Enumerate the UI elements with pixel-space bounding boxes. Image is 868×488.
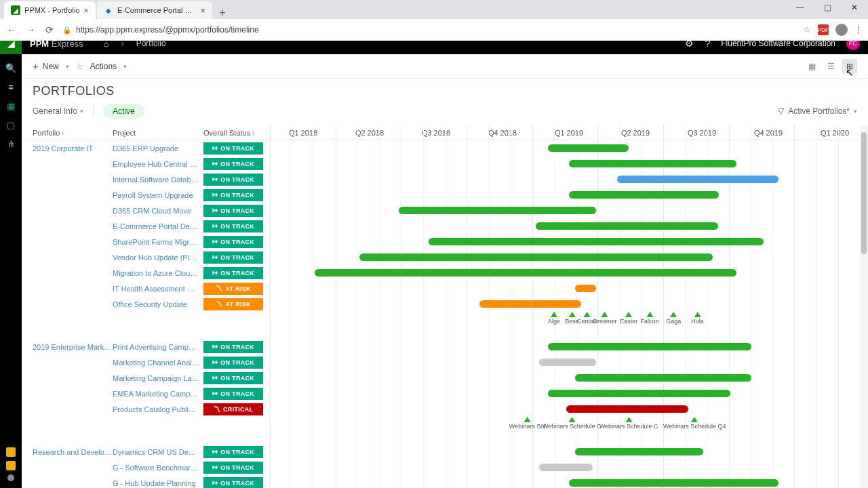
profile-avatar[interactable]: [835, 24, 848, 36]
project-cell[interactable]: G - Hub Update Planning: [113, 479, 203, 487]
project-cell[interactable]: Office Security Update: [113, 300, 203, 308]
chat-badge[interactable]: [6, 461, 16, 470]
project-cell[interactable]: EMEA Marketing Campaign ...: [113, 390, 203, 398]
actions-button[interactable]: Actions: [90, 62, 117, 71]
status-badge[interactable]: ↦ON TRACK: [203, 267, 263, 279]
project-cell[interactable]: Products Catalog Publishing: [113, 405, 203, 413]
gantt-bar[interactable]: [536, 222, 718, 230]
gantt-bar[interactable]: [548, 390, 730, 397]
gantt-bar[interactable]: [569, 191, 719, 199]
gantt-bar[interactable]: [569, 479, 778, 487]
list-view-button[interactable]: ☰: [823, 59, 838, 74]
project-cell[interactable]: Marketing Campaign Launch: [113, 374, 203, 382]
new-tab-button[interactable]: +: [214, 7, 231, 19]
minimize-button[interactable]: —: [787, 0, 814, 15]
star-icon[interactable]: ☆: [76, 62, 83, 71]
milestone-marker[interactable]: Gaga: [666, 312, 681, 325]
gantt-bar[interactable]: [429, 238, 764, 245]
portfolio-cell[interactable]: Research and Development: [22, 448, 113, 456]
gantt-bar[interactable]: [539, 359, 596, 366]
milestone-marker[interactable]: Easter: [620, 312, 637, 325]
gantt-bar[interactable]: [575, 448, 704, 455]
search-icon[interactable]: 🔍: [0, 58, 22, 77]
forward-icon[interactable]: →: [24, 24, 37, 35]
milestone-marker[interactable]: Dreamer: [593, 312, 616, 325]
project-cell[interactable]: Employee Hub Central Upgr...: [113, 160, 203, 168]
projects-nav-icon[interactable]: ▢: [0, 115, 22, 134]
status-badge[interactable]: ↦ON TRACK: [203, 174, 263, 186]
gantt-bar[interactable]: [575, 285, 596, 292]
project-cell[interactable]: E-Commerce Portal Develop...: [113, 222, 203, 230]
gantt-bar[interactable]: [359, 253, 712, 261]
milestone-marker[interactable]: Hola: [691, 312, 704, 325]
status-dot[interactable]: [7, 474, 14, 481]
gantt-bar[interactable]: [566, 405, 689, 413]
status-badge[interactable]: ↦ON TRACK: [203, 236, 263, 248]
card-view-button[interactable]: ▦: [804, 59, 819, 74]
project-cell[interactable]: Vendor Hub Update (Planni...: [113, 253, 203, 262]
status-badge[interactable]: ↦ON TRACK: [203, 372, 263, 384]
project-cell[interactable]: Print Advertising Campaign ...: [113, 343, 203, 351]
back-icon[interactable]: ←: [5, 24, 18, 35]
project-cell[interactable]: SharePoint Farms Migration ...: [113, 238, 203, 246]
filter-dropdown[interactable]: ▽ Active Portfolios* ▾: [778, 106, 857, 116]
status-badge[interactable]: ↦ON TRACK: [203, 251, 263, 264]
close-window-button[interactable]: ✕: [841, 0, 868, 15]
status-badge[interactable]: 〽CRITICAL: [203, 403, 263, 415]
milestone-marker[interactable]: Webinars Scl: [509, 417, 545, 430]
gantt-bar[interactable]: [548, 343, 751, 350]
project-cell[interactable]: Marketing Channel Analysis: [113, 359, 203, 367]
menu-icon[interactable]: ⋮: [854, 25, 863, 35]
gantt-bar[interactable]: [548, 144, 629, 152]
portfolio-cell[interactable]: 2019 Corporate IT: [22, 144, 113, 152]
reload-icon[interactable]: ⟳: [43, 24, 56, 35]
milestone-marker[interactable]: Webinars Schedule C: [542, 417, 601, 430]
status-badge[interactable]: ↦ON TRACK: [203, 158, 263, 170]
pdf-extension-icon[interactable]: PDF: [818, 24, 829, 35]
project-cell[interactable]: D365 ERP Upgrade: [113, 144, 203, 152]
close-icon[interactable]: ×: [200, 5, 205, 16]
status-badge[interactable]: 〽AT RISK: [203, 298, 263, 310]
scroll-thumb[interactable]: [861, 132, 867, 254]
gantt-bar[interactable]: [539, 464, 593, 471]
status-badge[interactable]: ↦ON TRACK: [203, 462, 263, 474]
col-status-header[interactable]: Overall Status↑: [203, 129, 270, 137]
gantt-bar[interactable]: [479, 300, 581, 308]
milestone-marker[interactable]: Alge: [548, 312, 560, 325]
timeline-view-button[interactable]: ⊞↖: [842, 59, 857, 74]
status-badge[interactable]: ↦ON TRACK: [203, 205, 263, 217]
project-cell[interactable]: Internal Software Database ...: [113, 176, 203, 184]
status-badge[interactable]: 〽AT RISK: [203, 283, 263, 295]
project-cell[interactable]: Payroll System Upgrade: [113, 191, 203, 199]
project-cell[interactable]: G - Software Benchmarking ...: [113, 464, 203, 472]
portfolios-nav-icon[interactable]: ▦: [0, 96, 22, 115]
status-badge[interactable]: ↦ON TRACK: [203, 477, 263, 489]
browser-tab[interactable]: ◆ E-Commerce Portal Developmen ×: [97, 1, 212, 19]
status-badge[interactable]: ↦ON TRACK: [203, 142, 263, 155]
status-badge[interactable]: ↦ON TRACK: [203, 388, 263, 400]
url-field[interactable]: 🔒 https://app.ppm.express/@ppmx/portfoli…: [62, 25, 797, 35]
notification-badge[interactable]: [6, 447, 16, 457]
project-cell[interactable]: D365 CRM Cloud Move: [113, 207, 203, 215]
browser-tab-active[interactable]: ◢ PPMX - Portfolio ×: [4, 1, 96, 19]
resources-nav-icon[interactable]: ⋔: [0, 134, 22, 153]
status-badge[interactable]: ↦ON TRACK: [203, 220, 263, 232]
gantt-bar[interactable]: [617, 176, 778, 183]
col-project-header[interactable]: Project: [113, 129, 203, 137]
gantt-bar[interactable]: [569, 160, 736, 167]
milestone-marker[interactable]: Falcon: [641, 312, 659, 325]
active-filter-pill[interactable]: Active: [103, 104, 144, 119]
status-badge[interactable]: ↦ON TRACK: [203, 189, 263, 201]
status-badge[interactable]: ↦ON TRACK: [203, 357, 263, 369]
status-badge[interactable]: ↦ON TRACK: [203, 446, 263, 458]
portfolio-cell[interactable]: 2019 Enterprise Marketing: [22, 343, 113, 351]
status-badge[interactable]: ↦ON TRACK: [203, 341, 263, 353]
star-icon[interactable]: ☆: [804, 25, 811, 35]
chevron-down-icon[interactable]: ▾: [66, 63, 69, 70]
general-info-dropdown[interactable]: General Info ▾: [33, 106, 83, 116]
gantt-bar[interactable]: [315, 269, 736, 277]
milestone-marker[interactable]: Webinars Schedule C: [599, 417, 658, 430]
col-portfolio-header[interactable]: Portfolio↑: [22, 129, 113, 137]
new-button[interactable]: + New: [33, 60, 59, 72]
gantt-bar[interactable]: [399, 207, 596, 214]
